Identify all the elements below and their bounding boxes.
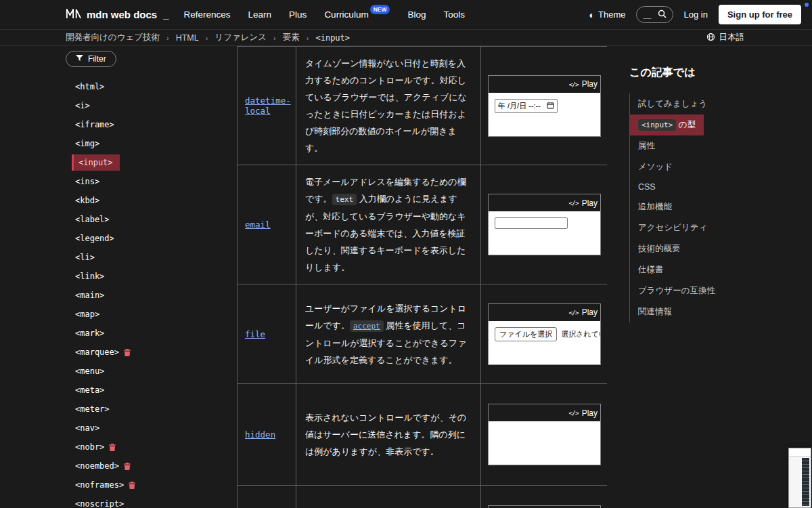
inline-code-link[interactable]: accept bbox=[350, 320, 384, 331]
sidebar-link[interactable]: <mark> bbox=[66, 329, 104, 338]
nav-learn[interactable]: Learn bbox=[248, 9, 272, 20]
sidebar-item-nobr: <nobr> bbox=[66, 438, 237, 457]
login-link[interactable]: Log in bbox=[684, 9, 708, 20]
play-button[interactable]: </>Play bbox=[568, 408, 597, 418]
sidebar-item-marquee: <marquee> bbox=[66, 343, 237, 362]
sidebar-link[interactable]: <link> bbox=[66, 272, 104, 281]
signup-button[interactable]: Sign up for free bbox=[719, 5, 801, 24]
example-header: </>Play bbox=[489, 404, 600, 421]
breadcrumb-item[interactable]: リファレンス bbox=[215, 32, 267, 43]
toc-item-9[interactable]: ブラウザーの互換性 bbox=[630, 280, 723, 301]
mdn-logo-icon bbox=[66, 9, 82, 21]
toc-item-7[interactable]: 技術的概要 bbox=[630, 238, 689, 259]
nav-references[interactable]: References bbox=[184, 9, 231, 20]
globe-icon bbox=[706, 33, 715, 43]
nav-plus[interactable]: Plus bbox=[289, 9, 307, 20]
preview-overlay[interactable] bbox=[788, 448, 811, 508]
play-label: Play bbox=[582, 198, 597, 208]
example-body bbox=[489, 211, 600, 255]
sidebar-link[interactable]: <nav> bbox=[66, 423, 99, 433]
sidebar-link[interactable]: <label> bbox=[66, 215, 110, 224]
toc-item-10[interactable]: 関連情報 bbox=[630, 301, 680, 322]
play-button[interactable]: </>Play bbox=[568, 79, 597, 89]
sidebar-link[interactable]: <html> bbox=[66, 82, 104, 91]
toc-item-6[interactable]: アクセシビリティ bbox=[630, 217, 715, 238]
example-cell: </>Play bbox=[481, 165, 608, 284]
example-cell: </>Play bbox=[481, 384, 608, 486]
sidebar-link[interactable]: <menu> bbox=[66, 366, 104, 376]
text-segment: 入力欄のように見えますが、対応しているブラウザーや動的なキーボードのある端末では… bbox=[305, 194, 466, 272]
sidebar-link[interactable]: <input> bbox=[72, 154, 120, 171]
sidebar-link[interactable]: <meta> bbox=[66, 385, 104, 395]
sidebar-link[interactable]: <kbd> bbox=[66, 196, 99, 205]
toc-item-1[interactable]: <input> の型 bbox=[630, 114, 704, 135]
description-cell: グラフィックの submit ボタンです。src 属性で定義された画像を表示しま… bbox=[296, 486, 481, 508]
mdn-logo[interactable]: mdn web docs _ bbox=[66, 9, 169, 21]
example-box: </>Playファイルを選択選択されていま bbox=[488, 303, 601, 365]
play-button[interactable]: </>Play bbox=[568, 198, 597, 208]
nav-curriculum[interactable]: CurriculumNEW bbox=[324, 9, 390, 20]
nav-tools[interactable]: Tools bbox=[444, 9, 466, 20]
element-name: <kbd> bbox=[75, 196, 99, 205]
toc-item-5[interactable]: 追加機能 bbox=[630, 196, 680, 217]
table-row: email電子メールアドレスを編集するための欄です。text 入力欄のように見え… bbox=[238, 165, 608, 284]
breadcrumb-bar: 開発者向けのウェブ技術›HTML›リファレンス›要素›<input> 日本語 bbox=[0, 30, 812, 46]
sidebar-link[interactable]: <noframes> bbox=[66, 480, 135, 490]
datetime-value: 年 /月/日 --:-- bbox=[498, 101, 541, 111]
sidebar-link[interactable]: <marquee> bbox=[66, 347, 131, 357]
example-body: ファイルを選択選択されていま bbox=[489, 321, 600, 364]
sidebar-link[interactable]: <li> bbox=[66, 253, 95, 262]
type-link-file[interactable]: file bbox=[245, 329, 265, 339]
sidebar-item-map: <map> bbox=[66, 305, 237, 324]
toc-item-8[interactable]: 仕様書 bbox=[630, 259, 672, 280]
sidebar-item-html: <html> bbox=[66, 77, 237, 96]
table-row: hidden表示されないコントロールですが、その値はサーバーに送信されます。隣の… bbox=[238, 384, 608, 486]
toc-item-3[interactable]: メソッド bbox=[630, 156, 681, 177]
type-link-hidden[interactable]: hidden bbox=[245, 429, 275, 440]
sidebar-link[interactable]: <i> bbox=[66, 101, 90, 110]
example-header: </>Play bbox=[489, 76, 600, 93]
play-button[interactable]: </>Play bbox=[568, 308, 597, 317]
theme-button[interactable]: ◐ Theme bbox=[589, 9, 626, 20]
header-actions: ◐ Theme __ Log in Sign up for free bbox=[589, 5, 801, 24]
type-link-email[interactable]: email bbox=[245, 219, 271, 230]
element-name: <mark> bbox=[75, 329, 104, 338]
element-list: <html><i><iframe><img><input><ins><kbd><… bbox=[66, 77, 237, 508]
email-input[interactable] bbox=[495, 217, 568, 229]
sidebar-item-kbd: <kbd> bbox=[66, 191, 237, 210]
type-link-datetime-local[interactable]: datetime-local bbox=[245, 96, 291, 116]
sidebar-link[interactable]: <noscript> bbox=[66, 499, 124, 508]
sidebar-link[interactable]: <img> bbox=[66, 139, 99, 148]
sidebar-link[interactable]: <map> bbox=[66, 310, 99, 319]
language-switcher[interactable]: 日本語 bbox=[706, 32, 745, 43]
search-icon bbox=[658, 9, 667, 20]
search-input[interactable]: __ bbox=[636, 6, 673, 23]
sidebar-link[interactable]: <ins> bbox=[66, 177, 99, 186]
breadcrumb-item[interactable]: 開発者向けのウェブ技術 bbox=[66, 32, 160, 43]
sidebar-item-noembed: <noembed> bbox=[66, 457, 237, 475]
sidebar-item-iframe: <iframe> bbox=[66, 115, 237, 134]
sidebar-item-noscript: <noscript> bbox=[66, 494, 237, 508]
type-cell: image bbox=[238, 486, 296, 508]
nav-blog[interactable]: Blog bbox=[407, 9, 426, 20]
toc-item-2[interactable]: 属性 bbox=[630, 135, 663, 156]
sidebar-link[interactable]: <nobr> bbox=[66, 442, 116, 452]
toc-item-0[interactable]: 試してみましょう bbox=[630, 93, 715, 114]
toc-item-4[interactable]: CSS bbox=[630, 177, 664, 196]
sidebar-link[interactable]: <noembed> bbox=[66, 461, 131, 471]
file-status-text: 選択されていま bbox=[561, 329, 600, 339]
text-segment: 技術的概要 bbox=[638, 244, 681, 253]
sidebar-link[interactable]: <legend> bbox=[66, 234, 114, 243]
nav-label: References bbox=[184, 9, 231, 20]
sidebar-link[interactable]: <meter> bbox=[66, 404, 110, 414]
file-select-button[interactable]: ファイルを選択 bbox=[495, 327, 557, 341]
description-cell: タイムゾーン情報がない日付と時刻を入力するためのコントロールです。対応しているブ… bbox=[296, 47, 481, 165]
datetime-input[interactable]: 年 /月/日 --:-- bbox=[495, 99, 558, 113]
breadcrumb-item[interactable]: 要素 bbox=[283, 32, 300, 43]
filter-button[interactable]: Filter bbox=[66, 51, 116, 67]
sidebar-link[interactable]: <main> bbox=[66, 291, 104, 300]
sidebar-link[interactable]: <iframe> bbox=[66, 120, 114, 129]
breadcrumb-item[interactable]: HTML bbox=[176, 33, 199, 43]
sidebar-item-legend: <legend> bbox=[66, 229, 237, 248]
description-cell: 電子メールアドレスを編集するための欄です。text 入力欄のように見えますが、対… bbox=[296, 165, 481, 284]
